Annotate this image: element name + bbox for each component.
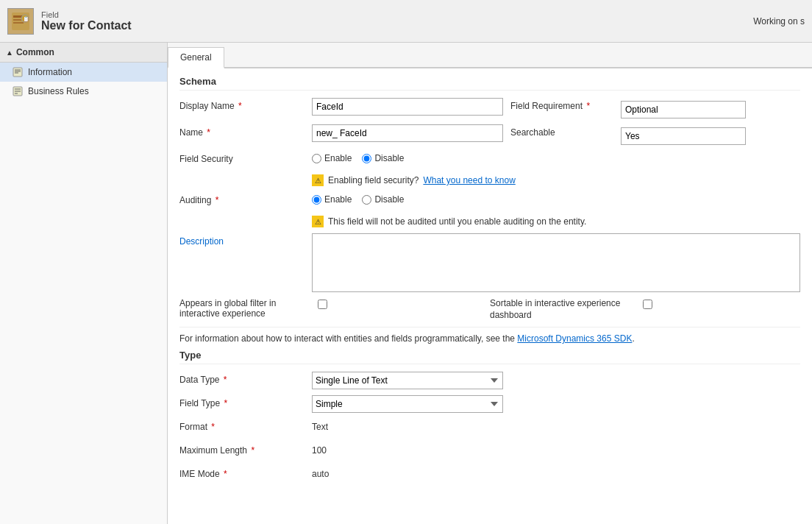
format-value: Text — [312, 419, 328, 432]
svg-rect-3 — [13, 22, 24, 24]
field-security-warning: ⚠ Enabling field security? What you need… — [312, 174, 800, 186]
auditing-enable-option[interactable]: Enable — [312, 194, 352, 205]
max-length-field: 100 — [312, 442, 800, 456]
auditing-disable-option[interactable]: Disable — [362, 194, 404, 205]
chevron-down-icon: ▲ — [6, 49, 13, 57]
searchable-group: Searchable — [503, 124, 800, 145]
name-group: Name * — [179, 124, 503, 142]
content-area: General Schema Display Name * — [168, 43, 812, 524]
display-name-label: Display Name * — [179, 98, 312, 111]
info-row: For information about how to interact wi… — [179, 327, 800, 344]
format-label: Format * — [179, 419, 312, 432]
sidebar-item-business-rules-label: Business Rules — [28, 86, 89, 96]
auditing-warning: ⚠ This field will not be audited until y… — [312, 216, 800, 227]
auditing-warning-icon: ⚠ — [312, 216, 324, 227]
header: 📋 Field New for Contact Working on s — [0, 0, 812, 43]
global-filter-group: Appears in global filter in interactive … — [179, 298, 490, 319]
format-field: Text — [312, 419, 800, 432]
tab-general[interactable]: General — [168, 47, 224, 68]
auditing-field: Enable Disable — [312, 192, 800, 205]
field-requirement-label: Field Requirement * — [503, 98, 621, 111]
ime-mode-label: IME Mode * — [179, 466, 312, 479]
auditing-enable-radio[interactable] — [312, 195, 321, 205]
tab-bar: General — [168, 43, 812, 68]
field-type-field: Simple Calculated Rollup — [312, 395, 800, 413]
sortable-group: Sortable in interactive experience dashb… — [490, 298, 800, 321]
sortable-label: Sortable in interactive experience dashb… — [490, 298, 637, 321]
sidebar-item-information[interactable]: Information — [0, 63, 167, 82]
data-type-select[interactable]: Single Line of Text Multiple Lines of Te… — [312, 372, 503, 389]
auditing-disable-radio[interactable] — [362, 195, 371, 205]
global-filter-checkbox[interactable] — [318, 300, 327, 309]
field-type-row: Field Type * Simple Calculated Rollup — [179, 395, 800, 413]
searchable-label: Searchable — [503, 124, 621, 138]
field-requirement-input[interactable] — [621, 101, 746, 118]
sidebar-item-information-label: Information — [28, 67, 72, 77]
sidebar-section-common[interactable]: ▲ Common — [0, 43, 167, 63]
form-content: Schema Display Name * Field Requirement … — [168, 68, 812, 497]
name-row: Name * Searchable — [179, 124, 800, 145]
field-type-select[interactable]: Simple Calculated Rollup — [312, 395, 503, 413]
information-icon — [12, 66, 24, 78]
data-type-label: Data Type * — [179, 372, 312, 385]
data-type-row: Data Type * Single Line of Text Multiple… — [179, 372, 800, 389]
field-security-field: Enable Disable — [312, 151, 800, 163]
field-security-label: Field Security — [179, 151, 312, 164]
data-type-field: Single Line of Text Multiple Lines of Te… — [312, 372, 800, 389]
global-filter-label: Appears in global filter in interactive … — [179, 298, 312, 319]
ime-mode-field: auto — [312, 466, 800, 479]
auditing-label: Auditing * — [179, 192, 312, 205]
header-left: 📋 Field New for Contact — [7, 8, 132, 35]
field-security-radio-group: Enable Disable — [312, 151, 404, 163]
header-text-block: Field New for Contact — [41, 10, 132, 32]
name-input[interactable] — [312, 124, 503, 142]
sidebar: ▲ Common Information — [0, 43, 168, 524]
display-name-field — [312, 98, 503, 116]
field-security-link[interactable]: What you need to know — [423, 175, 515, 185]
max-length-value: 100 — [312, 442, 327, 456]
searchable-value — [621, 124, 800, 145]
svg-text:📋: 📋 — [23, 15, 29, 22]
max-length-label: Maximum Length * — [179, 442, 312, 456]
sidebar-item-business-rules[interactable]: Business Rules — [0, 82, 167, 101]
field-security-row: Field Security Enable Disable — [179, 151, 800, 169]
type-section-title: Type — [179, 350, 800, 364]
field-requirement-group: Field Requirement * — [503, 98, 800, 118]
field-requirement-value — [621, 98, 800, 118]
field-security-enable-radio[interactable] — [312, 154, 321, 163]
working-on-text: Working on s — [753, 16, 805, 26]
ime-mode-value: auto — [312, 466, 329, 479]
display-name-row: Display Name * Field Requirement * — [179, 98, 800, 118]
description-textarea[interactable] — [312, 233, 800, 292]
field-security-disable-radio[interactable] — [362, 154, 371, 163]
main-layout: ▲ Common Information — [0, 43, 812, 524]
field-security-enable-option[interactable]: Enable — [312, 153, 352, 163]
ime-mode-row: IME Mode * auto — [179, 466, 800, 484]
sidebar-section-label: Common — [16, 47, 54, 57]
format-row: Format * Text — [179, 419, 800, 436]
auditing-row: Auditing * Enable Disable — [179, 192, 800, 210]
business-rules-icon — [12, 85, 24, 97]
display-name-input[interactable] — [312, 98, 503, 116]
display-name-group: Display Name * — [179, 98, 503, 116]
schema-section-title: Schema — [179, 76, 800, 91]
field-type-label: Field Type * — [179, 395, 312, 408]
name-field — [312, 124, 503, 142]
svg-rect-6 — [13, 68, 22, 77]
max-length-row: Maximum Length * 100 — [179, 442, 800, 460]
name-label: Name * — [179, 124, 312, 138]
sdk-link[interactable]: Microsoft Dynamics 365 SDK — [517, 333, 632, 344]
checkbox-row: Appears in global filter in interactive … — [179, 298, 800, 321]
searchable-input[interactable] — [621, 127, 746, 145]
description-row: Description — [179, 233, 800, 292]
header-subtitle: Field — [41, 10, 132, 19]
type-section: Type Data Type * Single Line of Text Mul… — [179, 350, 800, 484]
sortable-checkbox[interactable] — [643, 300, 652, 309]
header-title: New for Contact — [41, 19, 132, 32]
auditing-radio-group: Enable Disable — [312, 192, 404, 205]
header-icon: 📋 — [7, 8, 34, 35]
warning-icon: ⚠ — [312, 174, 324, 186]
description-label: Description — [179, 233, 312, 292]
field-security-disable-option[interactable]: Disable — [362, 153, 404, 163]
